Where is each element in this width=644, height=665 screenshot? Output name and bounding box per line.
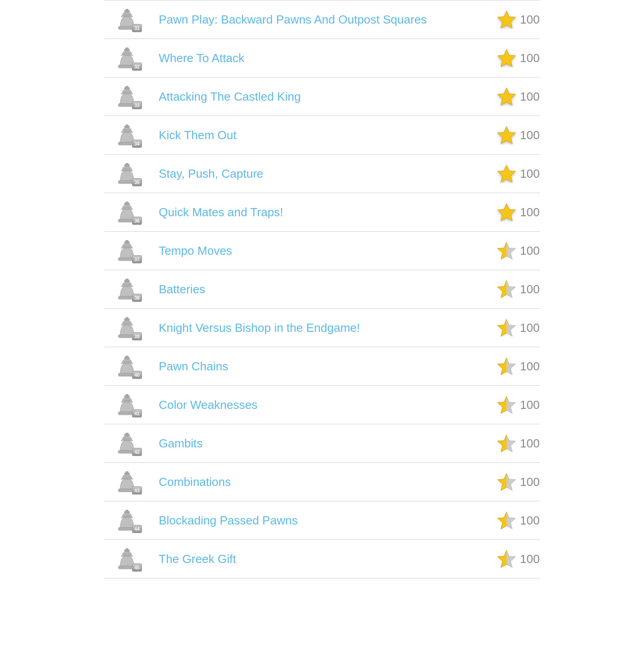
svg-rect-93	[124, 477, 130, 479]
star-full-icon	[497, 48, 517, 68]
star-score: 100	[497, 10, 540, 29]
lesson-badge: 38	[114, 278, 140, 300]
svg-marker-17	[498, 88, 516, 105]
lesson-number: 33	[132, 101, 142, 109]
lesson-badge: 33	[114, 86, 140, 107]
svg-rect-111	[124, 554, 130, 556]
svg-rect-19	[124, 126, 130, 128]
svg-rect-33	[124, 207, 130, 209]
lesson-title[interactable]: Batteries	[159, 282, 488, 296]
list-item[interactable]: 40 Pawn Chains	[104, 347, 540, 386]
lesson-badge: 39	[114, 317, 140, 339]
lesson-badge: 45	[114, 548, 140, 570]
svg-rect-73	[124, 396, 130, 398]
list-item[interactable]: 34 Kick Them Out 100	[104, 116, 540, 155]
list-item[interactable]: 32 Where To Attack 100	[104, 39, 540, 78]
badge-container: 40	[104, 355, 150, 377]
badge-container: 36	[104, 201, 150, 223]
lesson-title[interactable]: Gambits	[159, 437, 488, 451]
star-full-icon	[497, 164, 517, 184]
score-value: 100	[520, 552, 540, 566]
list-item[interactable]: 31 Pawn Play: Backward Pawns And Outpost…	[104, 0, 540, 39]
lesson-badge: 34	[114, 124, 140, 146]
list-item[interactable]: 39 Knight Versus Bishop in the Endgame!	[104, 309, 540, 347]
svg-rect-57	[124, 323, 130, 325]
lesson-number: 45	[132, 563, 142, 572]
badge-container: 42	[104, 432, 150, 454]
svg-marker-5	[498, 11, 516, 28]
badge-container: 32	[104, 47, 150, 69]
star-score: 100	[497, 125, 540, 145]
badge-container: 39	[104, 317, 150, 339]
lesson-number: 32	[132, 63, 142, 71]
star-score: 100	[497, 433, 540, 453]
lesson-title[interactable]: Quick Mates and Traps!	[159, 205, 488, 219]
lesson-title[interactable]: Stay, Push, Capture	[159, 167, 488, 181]
svg-rect-64	[124, 357, 130, 359]
star-score: 100	[497, 549, 540, 569]
list-item[interactable]: 43 Combinations	[104, 463, 540, 501]
badge-container: 43	[104, 471, 150, 493]
star-score: 100	[497, 472, 540, 492]
list-item[interactable]: 35 Stay, Push, Capture 100	[104, 155, 540, 193]
list-item[interactable]: 45 The Greek Gift	[104, 540, 540, 578]
lesson-badge: 31	[114, 9, 140, 30]
star-half-icon	[497, 549, 517, 569]
lesson-title[interactable]: Knight Versus Bishop in the Endgame!	[159, 321, 488, 335]
score-value: 100	[520, 244, 540, 258]
lesson-number: 31	[132, 24, 142, 32]
score-value: 100	[520, 13, 540, 27]
lesson-title[interactable]: Tempo Moves	[159, 244, 488, 258]
svg-rect-21	[124, 130, 130, 132]
list-item[interactable]: 41 Color Weaknesses	[104, 386, 540, 424]
svg-rect-75	[124, 400, 130, 402]
lesson-title[interactable]: Color Weaknesses	[159, 398, 488, 412]
svg-rect-27	[124, 169, 130, 171]
lesson-title[interactable]: Pawn Chains	[159, 359, 488, 374]
list-item[interactable]: 38 Batteries	[104, 270, 540, 309]
list-item[interactable]: 42 Gambits	[104, 424, 540, 463]
svg-rect-39	[124, 246, 130, 248]
score-value: 100	[520, 359, 540, 374]
svg-rect-9	[124, 53, 130, 55]
svg-rect-100	[124, 511, 130, 513]
lesson-title[interactable]: The Greek Gift	[159, 552, 488, 566]
list-item[interactable]: 33 Attacking The Castled King 100	[104, 78, 540, 116]
lesson-badge: 42	[114, 432, 140, 454]
score-value: 100	[520, 398, 540, 412]
lesson-number: 41	[132, 409, 142, 417]
star-score: 100	[497, 356, 540, 376]
lesson-number: 42	[132, 448, 142, 456]
lesson-badge: 36	[114, 201, 140, 223]
lesson-title[interactable]: Where To Attack	[159, 51, 488, 65]
star-score: 100	[497, 395, 540, 415]
lesson-badge: 32	[114, 47, 140, 69]
lesson-title[interactable]: Kick Them Out	[159, 128, 488, 142]
lesson-title[interactable]: Attacking The Castled King	[159, 90, 488, 104]
lesson-number: 40	[132, 371, 142, 379]
list-item[interactable]: 44 Blockading Passed Pawns	[104, 501, 540, 540]
lesson-number: 38	[132, 294, 142, 302]
star-half-icon	[497, 433, 517, 453]
lesson-title[interactable]: Pawn Play: Backward Pawns And Outpost Sq…	[159, 13, 488, 27]
badge-container: 37	[104, 240, 150, 262]
star-full-icon	[497, 10, 517, 29]
svg-rect-102	[124, 515, 130, 518]
score-value: 100	[520, 90, 540, 104]
lesson-title[interactable]: Combinations	[159, 475, 488, 489]
svg-rect-25	[124, 165, 130, 166]
lesson-number: 39	[132, 332, 142, 340]
star-score: 100	[497, 202, 540, 222]
star-score: 100	[497, 87, 540, 107]
svg-rect-48	[124, 284, 130, 286]
list-item[interactable]: 37 Tempo Moves	[104, 232, 540, 270]
score-value: 100	[520, 51, 540, 65]
star-half-icon	[497, 318, 517, 338]
lesson-title[interactable]: Blockading Passed Pawns	[159, 514, 488, 528]
score-value: 100	[520, 282, 540, 296]
badge-container: 45	[104, 548, 150, 570]
star-half-icon	[497, 472, 517, 492]
svg-rect-82	[124, 434, 130, 436]
svg-marker-11	[498, 49, 516, 67]
list-item[interactable]: 36 Quick Mates and Traps! 100	[104, 193, 540, 232]
